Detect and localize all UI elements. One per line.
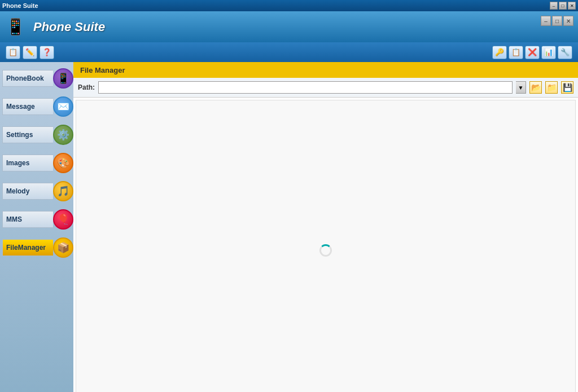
path-bar: Path: ▼ 📂 📁 💾: [73, 78, 578, 98]
images-icon: 🎨: [53, 153, 73, 173]
maximize-button[interactable]: □: [552, 16, 562, 26]
toolbar-delete-button[interactable]: ❌: [525, 46, 540, 59]
os-title-bar: Phone Suite – □ ✕: [0, 0, 578, 11]
sidebar-label-settings: Settings: [2, 126, 53, 143]
os-window-controls: – □ ✕: [550, 2, 576, 10]
sidebar-item-filemanager[interactable]: FileManager 📦: [0, 234, 73, 261]
toolbar-edit-button[interactable]: ✏️: [23, 46, 37, 59]
loading-spinner: [319, 244, 332, 257]
sidebar-item-images[interactable]: Images 🎨: [0, 149, 73, 177]
sidebar-label-melody: Melody: [2, 183, 53, 200]
sidebar-item-phonebook[interactable]: PhoneBook 📱: [0, 65, 73, 92]
minimize-button[interactable]: –: [541, 16, 551, 26]
close-button[interactable]: ✕: [563, 16, 573, 26]
mms-icon: 🎈: [53, 209, 73, 230]
section-header: File Manager: [73, 62, 578, 78]
sidebar: PhoneBook 📱 Message ✉️ Settings ⚙️ Image…: [0, 62, 73, 392]
sidebar-label-filemanager: FileManager: [2, 239, 53, 256]
os-title-text: Phone Suite: [2, 2, 38, 9]
toolbar-help-button[interactable]: ❓: [40, 46, 54, 59]
os-maximize-button[interactable]: □: [559, 2, 567, 10]
toolbar-key-button[interactable]: 🔑: [492, 46, 507, 59]
settings-icon: ⚙️: [53, 125, 73, 145]
sidebar-item-settings[interactable]: Settings ⚙️: [0, 121, 73, 148]
toolbar-right-group: 🔑 📋 ❌ 📊 🔧: [492, 46, 572, 59]
sidebar-item-message[interactable]: Message ✉️: [0, 93, 73, 120]
sidebar-label-mms: MMS: [2, 211, 53, 228]
file-content-area: [76, 100, 576, 392]
content-area: File Manager Path: ▼ 📂 📁 💾: [73, 62, 578, 392]
section-header-text: File Manager: [80, 66, 125, 74]
message-icon: ✉️: [53, 96, 73, 117]
app-title: Phone Suite: [33, 20, 105, 34]
toolbar: 📋 ✏️ ❓ 🔑 📋 ❌ 📊 🔧: [0, 42, 578, 62]
main-layout: PhoneBook 📱 Message ✉️ Settings ⚙️ Image…: [0, 62, 578, 392]
path-folder-open-button[interactable]: 📂: [529, 81, 542, 94]
toolbar-settings-button[interactable]: 🔧: [558, 46, 572, 59]
sidebar-label-phonebook: PhoneBook: [2, 70, 53, 87]
os-close-button[interactable]: ✕: [568, 2, 576, 10]
toolbar-list-button[interactable]: 📋: [509, 46, 523, 59]
phonebook-icon: 📱: [53, 68, 73, 89]
path-label: Path:: [78, 83, 95, 91]
sidebar-item-melody[interactable]: Melody 🎵: [0, 178, 73, 205]
toolbar-copy-button[interactable]: 📋: [6, 46, 20, 59]
app-title-bar: 📱 Phone Suite – □ ✕: [0, 11, 578, 42]
filemanager-icon: 📦: [53, 237, 73, 258]
path-save-button[interactable]: 💾: [561, 81, 573, 94]
sidebar-label-images: Images: [2, 155, 53, 171]
sidebar-item-mms[interactable]: MMS 🎈: [0, 206, 73, 233]
toolbar-chart-button[interactable]: 📊: [541, 46, 556, 59]
path-input[interactable]: [98, 81, 513, 94]
sidebar-label-message: Message: [2, 98, 53, 115]
path-dropdown-button[interactable]: ▼: [516, 81, 526, 94]
window-controls: – □ ✕: [541, 16, 573, 26]
os-minimize-button[interactable]: –: [550, 2, 558, 10]
melody-icon: 🎵: [53, 181, 73, 201]
path-folder-button[interactable]: 📁: [545, 81, 558, 94]
